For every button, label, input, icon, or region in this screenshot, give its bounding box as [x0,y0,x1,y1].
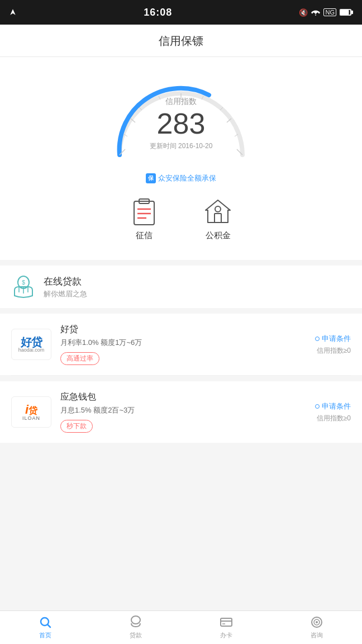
insurance-badge[interactable]: 保 众安保险全额承保 [146,173,216,183]
battery-icon [340,9,353,16]
page-header: 信用保镖 [0,25,362,57]
quick-action-fund[interactable]: 公积金 [203,197,232,241]
iloan-condition-label: 申请条件 [322,401,351,411]
fund-icon [203,197,232,226]
nav-label-home: 首页 [39,631,51,640]
loan-banner-text: 在线贷款 解你燃眉之急 [44,275,87,299]
iloan-info: 应急钱包 月息1.5% 额度2百~3万 秒下款 [60,391,306,433]
svg-point-30 [131,616,140,624]
card-icon [220,615,233,629]
gauge-info: 信用指数 283 更新时间 2016-10-20 [150,97,213,151]
svg-rect-3 [340,10,349,15]
divider-1 [11,375,351,376]
quick-actions: 征信 公积金 [130,197,232,247]
iloan-condition-dot [315,404,320,409]
ng-icon: NG [323,8,336,16]
loan-banner-title: 在线贷款 [44,275,87,288]
status-time: 16:08 [144,7,172,18]
svg-text:$: $ [22,280,25,286]
svg-rect-31 [221,618,232,626]
mute-icon: 🔇 [299,8,308,17]
location-icon [9,8,17,16]
svg-point-36 [316,621,318,623]
status-bar: 16:08 🔇 NG [0,0,362,25]
svg-point-22 [215,206,221,212]
nav-item-loan[interactable]: 贷款 [90,611,181,644]
iloan-name: 应急钱包 [60,391,306,403]
svg-rect-21 [215,214,221,222]
loan-banner-icon: $ [11,274,36,299]
status-bar-left [9,8,17,16]
haodai-condition-dot [315,337,320,341]
loan-banner-subtitle: 解你燃眉之急 [44,289,87,299]
haodai-logo-sub: haodai.com [18,348,45,353]
gauge-date: 更新时间 2016-10-20 [150,141,213,151]
loan-icon [129,615,142,629]
nav-item-consult[interactable]: 咨询 [272,611,362,644]
haodai-logo: 好贷 haodai.com [11,329,51,360]
loan-card-haodai[interactable]: 好贷 haodai.com 好贷 月利率1.0% 额度1万~6万 高通过率 申请… [0,314,362,375]
status-bar-right: 🔇 NG [299,8,353,17]
nav-item-card[interactable]: 办卡 [181,611,272,644]
credit-icon [130,197,159,226]
loan-banner[interactable]: $ 在线贷款 解你燃眉之急 [0,266,362,308]
iloan-logo-text: i贷 [25,404,37,416]
haodai-name: 好贷 [60,324,306,335]
credit-score: 283 [150,109,213,138]
iloan-condition-link[interactable]: 申请条件 [315,401,351,411]
haodai-logo-text: 好贷 [21,337,42,348]
gauge-label: 信用指数 [150,97,213,107]
consult-icon [310,615,323,629]
iloan-logo: i贷 ILOAN [11,396,51,428]
credit-section: 信用指数 283 更新时间 2016-10-20 保 众安保险全额承保 [0,57,362,260]
nav-label-loan: 贷款 [130,631,142,640]
credit-action-label: 征信 [136,230,153,241]
svg-line-29 [48,625,51,628]
bottom-nav: 首页 贷款 办卡 咨询 [0,610,362,644]
haodai-condition-value: 信用指数≥0 [317,346,351,356]
haodai-info: 好贷 月利率1.0% 额度1万~6万 高通过率 [60,324,306,365]
fund-action-label: 公积金 [206,230,231,241]
haodai-condition-label: 申请条件 [322,334,351,344]
iloan-tag: 秒下款 [60,420,93,433]
main-content: 信用指数 283 更新时间 2016-10-20 保 众安保险全额承保 [0,57,362,482]
nav-item-home[interactable]: 首页 [0,611,90,644]
credit-gauge: 信用指数 283 更新时间 2016-10-20 [103,74,259,163]
svg-rect-1 [351,11,353,13]
nav-label-card: 办卡 [220,631,232,640]
wifi-icon [311,9,320,16]
page-title: 信用保镖 [159,35,203,47]
loan-card-iloan[interactable]: i贷 ILOAN 应急钱包 月息1.5% 额度2百~3万 秒下款 申请条件 信用… [0,381,362,443]
insurance-icon: 保 [146,173,156,183]
home-search-icon [39,615,52,629]
haodai-condition[interactable]: 申请条件 信用指数≥0 [315,334,351,356]
insurance-text: 众安保险全额承保 [158,173,216,183]
iloan-condition[interactable]: 申请条件 信用指数≥0 [315,401,351,423]
iloan-detail: 月息1.5% 额度2百~3万 [60,405,306,415]
haodai-detail: 月利率1.0% 额度1万~6万 [60,338,306,348]
nav-label-consult: 咨询 [311,631,323,640]
quick-action-credit[interactable]: 征信 [130,197,159,241]
iloan-logo-sub: ILOAN [22,416,40,421]
haodai-tag: 高通过率 [60,352,99,365]
iloan-condition-value: 信用指数≥0 [317,414,351,423]
haodai-condition-link[interactable]: 申请条件 [315,334,351,344]
